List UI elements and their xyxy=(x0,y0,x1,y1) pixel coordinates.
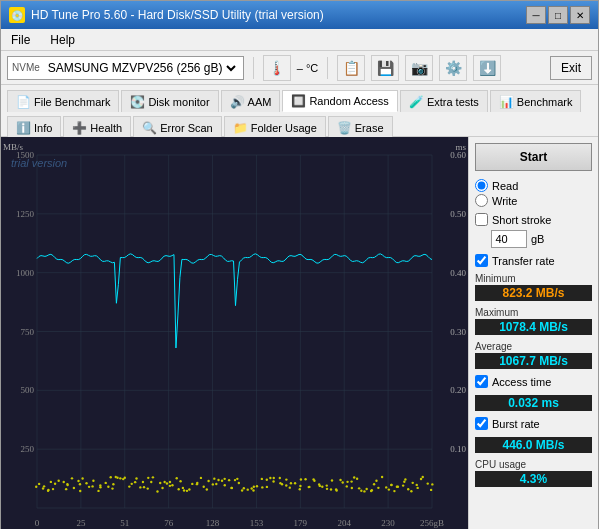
tab-extra-tests[interactable]: 🧪 Extra tests xyxy=(400,90,488,112)
tab-folder-usage[interactable]: 📁 Folder Usage xyxy=(224,116,326,138)
disk-monitor-icon: 💽 xyxy=(130,95,145,109)
access-time-block: 0.032 ms xyxy=(475,394,592,411)
start-button[interactable]: Start xyxy=(475,143,592,171)
device-selector[interactable]: NVMe SAMSUNG MZVPV256 (256 gB) xyxy=(7,56,244,80)
tab-random-access[interactable]: 🔲 Random Access xyxy=(282,90,397,112)
tab-info-label: Info xyxy=(34,122,52,134)
tab-error-scan-label: Error Scan xyxy=(160,122,213,134)
cpu-usage-block: CPU usage 4.3% xyxy=(475,459,592,487)
window-controls: ─ □ ✕ xyxy=(526,6,590,24)
stroke-input[interactable] xyxy=(491,230,527,248)
toolbar-separator-1 xyxy=(253,57,254,79)
stroke-unit: gB xyxy=(531,233,544,245)
maximum-value: 1078.4 MB/s xyxy=(475,319,592,335)
stroke-row: gB xyxy=(491,230,592,248)
tab-health[interactable]: ➕ Health xyxy=(63,116,131,138)
minimum-block: Minimum 823.2 MB/s xyxy=(475,273,592,301)
file-benchmark-icon: 📄 xyxy=(16,95,31,109)
benchmark-icon: 📊 xyxy=(499,95,514,109)
title-bar: 💿 HD Tune Pro 5.60 - Hard Disk/SSD Utili… xyxy=(1,1,598,29)
maximize-button[interactable]: □ xyxy=(548,6,568,24)
tab-info[interactable]: ℹ️ Info xyxy=(7,116,61,138)
content-area: trial version Start Read Write Short str… xyxy=(1,137,598,529)
aam-icon: 🔊 xyxy=(230,95,245,109)
tab-erase[interactable]: 🗑️ Erase xyxy=(328,116,393,138)
toolbar: NVMe SAMSUNG MZVPV256 (256 gB) 🌡️ – °C 📋… xyxy=(1,51,598,85)
write-option[interactable]: Write xyxy=(475,194,592,207)
temperature-value: – °C xyxy=(297,62,319,74)
toolbar-separator-2 xyxy=(327,57,328,79)
exit-button[interactable]: Exit xyxy=(550,56,592,80)
temperature-icon[interactable]: 🌡️ xyxy=(263,55,291,81)
chart-canvas xyxy=(1,137,468,529)
tab-benchmark[interactable]: 📊 Benchmark xyxy=(490,90,582,112)
tab-extra-tests-label: Extra tests xyxy=(427,96,479,108)
settings-icon-btn[interactable]: ⚙️ xyxy=(439,55,467,81)
menu-help[interactable]: Help xyxy=(44,31,81,49)
burst-rate-block: 446.0 MB/s xyxy=(475,436,592,453)
read-label: Read xyxy=(492,180,518,192)
tabs-container: 📄 File Benchmark 💽 Disk monitor 🔊 AAM 🔲 … xyxy=(1,85,598,137)
short-stroke-checkbox[interactable] xyxy=(475,213,488,226)
tab-disk-monitor-label: Disk monitor xyxy=(148,96,209,108)
app-icon: 💿 xyxy=(9,7,25,23)
erase-icon: 🗑️ xyxy=(337,121,352,135)
short-stroke-option[interactable]: Short stroke xyxy=(475,213,592,226)
tab-aam-label: AAM xyxy=(248,96,272,108)
tab-file-benchmark[interactable]: 📄 File Benchmark xyxy=(7,90,119,112)
access-time-value: 0.032 ms xyxy=(475,395,592,411)
menu-bar: File Help xyxy=(1,29,598,51)
download-icon-btn[interactable]: ⬇️ xyxy=(473,55,501,81)
tab-erase-label: Erase xyxy=(355,122,384,134)
burst-rate-label: Burst rate xyxy=(492,418,540,430)
minimize-button[interactable]: ─ xyxy=(526,6,546,24)
transfer-rate-option[interactable]: Transfer rate xyxy=(475,254,592,267)
burst-rate-checkbox[interactable] xyxy=(475,417,488,430)
read-write-group: Read Write xyxy=(475,179,592,207)
right-panel: Start Read Write Short stroke gB xyxy=(468,137,598,529)
info-icon-btn[interactable]: 📋 xyxy=(337,55,365,81)
average-label: Average xyxy=(475,341,592,352)
read-radio[interactable] xyxy=(475,179,488,192)
watermark: trial version xyxy=(11,157,67,169)
transfer-rate-checkbox[interactable] xyxy=(475,254,488,267)
maximum-label: Maximum xyxy=(475,307,592,318)
chart-area: trial version xyxy=(1,137,468,529)
transfer-rate-label: Transfer rate xyxy=(492,255,555,267)
read-option[interactable]: Read xyxy=(475,179,592,192)
info-icon: ℹ️ xyxy=(16,121,31,135)
access-time-label: Access time xyxy=(492,376,551,388)
access-time-checkbox[interactable] xyxy=(475,375,488,388)
minimum-value: 823.2 MB/s xyxy=(475,285,592,301)
photo-icon-btn[interactable]: 📷 xyxy=(405,55,433,81)
menu-file[interactable]: File xyxy=(5,31,36,49)
save-icon-btn[interactable]: 💾 xyxy=(371,55,399,81)
tab-benchmark-label: Benchmark xyxy=(517,96,573,108)
average-value: 1067.7 MB/s xyxy=(475,353,592,369)
title-bar-left: 💿 HD Tune Pro 5.60 - Hard Disk/SSD Utili… xyxy=(9,7,324,23)
tab-disk-monitor[interactable]: 💽 Disk monitor xyxy=(121,90,218,112)
average-block: Average 1067.7 MB/s xyxy=(475,341,592,369)
device-dropdown[interactable]: SAMSUNG MZVPV256 (256 gB) xyxy=(44,60,239,76)
tab-random-access-label: Random Access xyxy=(309,95,388,107)
cpu-usage-label: CPU usage xyxy=(475,459,592,470)
extra-tests-icon: 🧪 xyxy=(409,95,424,109)
maximum-block: Maximum 1078.4 MB/s xyxy=(475,307,592,335)
access-time-option[interactable]: Access time xyxy=(475,375,592,388)
tab-health-label: Health xyxy=(90,122,122,134)
folder-usage-icon: 📁 xyxy=(233,121,248,135)
write-radio[interactable] xyxy=(475,194,488,207)
health-icon: ➕ xyxy=(72,121,87,135)
error-scan-icon: 🔍 xyxy=(142,121,157,135)
tab-aam[interactable]: 🔊 AAM xyxy=(221,90,281,112)
main-window: 💿 HD Tune Pro 5.60 - Hard Disk/SSD Utili… xyxy=(0,0,599,529)
cpu-usage-value: 4.3% xyxy=(475,471,592,487)
close-button[interactable]: ✕ xyxy=(570,6,590,24)
tab-file-benchmark-label: File Benchmark xyxy=(34,96,110,108)
burst-rate-option[interactable]: Burst rate xyxy=(475,417,592,430)
write-label: Write xyxy=(492,195,517,207)
short-stroke-label: Short stroke xyxy=(492,214,551,226)
tab-error-scan[interactable]: 🔍 Error Scan xyxy=(133,116,222,138)
minimum-label: Minimum xyxy=(475,273,592,284)
burst-rate-value: 446.0 MB/s xyxy=(475,437,592,453)
